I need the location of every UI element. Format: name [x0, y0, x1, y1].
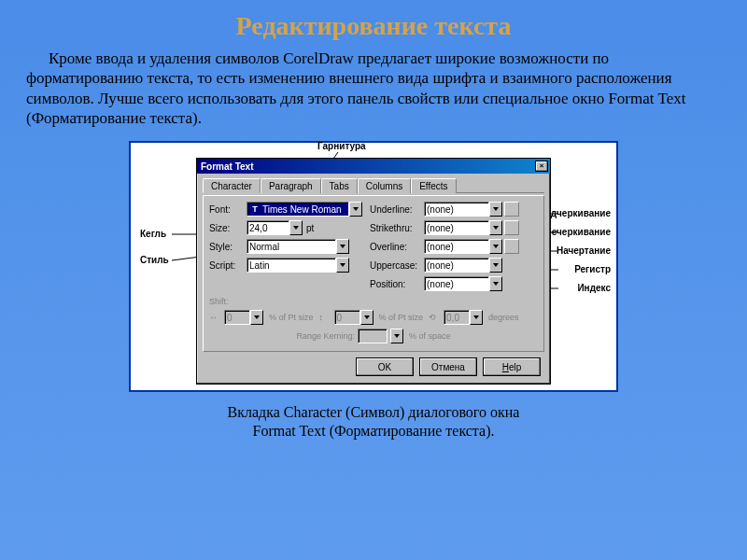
font-value: Times New Roman: [262, 204, 342, 215]
font-label: Font:: [209, 204, 247, 215]
kern-spinner: [390, 329, 403, 343]
kern-label: Range Kerning:: [296, 331, 355, 341]
caption-line2: Format Text (Форматирование текста).: [253, 423, 495, 439]
position-field[interactable]: (none): [424, 276, 489, 291]
underline-edit-button[interactable]: [504, 202, 519, 217]
overline-value: (none): [427, 242, 454, 252]
style-field[interactable]: Normal: [247, 239, 336, 254]
close-button[interactable]: ×: [535, 161, 548, 172]
format-text-dialog: Format Text × Character Paragraph Tabs C…: [196, 158, 551, 385]
truetype-icon: T: [249, 203, 261, 215]
shift-rot-unit: degrees: [488, 313, 519, 322]
overline-field[interactable]: (none): [424, 239, 489, 254]
strike-edit-button[interactable]: [504, 220, 519, 235]
callout-position: Индекс: [577, 283, 611, 293]
callout-kegl: Кегль: [140, 229, 166, 239]
underline-label: Underline:: [370, 204, 424, 215]
shift-v-value: 0: [337, 313, 343, 323]
ok-button[interactable]: OK: [356, 357, 414, 376]
caption-line1: Вкладка Character (Символ) диалогового о…: [228, 404, 520, 420]
shift-h-field: 0: [224, 310, 250, 325]
tab-columns[interactable]: Columns: [358, 178, 411, 193]
callout-overline: Начертание: [557, 245, 611, 256]
shift-v-spinner: [360, 310, 374, 325]
button-bar: OK Отмена Help: [203, 352, 544, 378]
tabs: Character Paragraph Tabs Columns Effects: [203, 177, 544, 193]
script-field[interactable]: Latin: [247, 258, 336, 273]
size-spinner-icon[interactable]: [289, 220, 303, 235]
position-dropdown-icon[interactable]: [489, 276, 502, 291]
strike-value: (none): [427, 223, 454, 233]
size-value: 24,0: [249, 223, 267, 233]
script-value: Latin: [249, 260, 270, 271]
shift-rot-field: 0,0: [444, 310, 470, 325]
overline-label: Overline:: [370, 242, 424, 252]
shift-h-unit: % of Pt size: [269, 313, 314, 322]
figure-container: Гарнитура Кегль Стиль Подчеркивание Пере…: [129, 141, 618, 392]
figure-caption: Вкладка Character (Символ) диалогового о…: [0, 398, 747, 441]
kern-field: [358, 329, 388, 343]
script-dropdown-icon[interactable]: [336, 258, 349, 273]
strike-dropdown-icon[interactable]: [489, 220, 502, 235]
strike-field[interactable]: (none): [424, 220, 489, 235]
tab-tabs[interactable]: Tabs: [321, 178, 358, 193]
position-value: (none): [427, 279, 454, 289]
shift-label: Shift:: [209, 297, 235, 306]
dialog-titlebar[interactable]: Format Text ×: [197, 159, 550, 174]
shift-h-spinner: [250, 310, 263, 325]
shift-v-field: 0: [334, 310, 360, 325]
intro-paragraph: Кроме ввода и удаления символов CorelDra…: [0, 49, 747, 137]
underline-value: (none): [427, 204, 454, 215]
overline-dropdown-icon[interactable]: [489, 239, 502, 254]
uppercase-dropdown-icon[interactable]: [489, 258, 502, 273]
tab-paragraph[interactable]: Paragraph: [261, 178, 321, 193]
style-value: Normal: [249, 242, 279, 252]
help-label-rest: elp: [509, 362, 521, 372]
underline-dropdown-icon[interactable]: [489, 202, 502, 217]
underline-field[interactable]: (none): [424, 202, 489, 217]
size-label: Size:: [209, 223, 247, 233]
shift-h-value: 0: [227, 313, 233, 323]
page-title: Редактирование текста: [0, 0, 747, 49]
callout-style: Стиль: [140, 255, 169, 265]
uppercase-label: Uppercase:: [370, 260, 424, 271]
overline-edit-button[interactable]: [504, 239, 519, 254]
shift-rot-value: 0,0: [446, 313, 459, 323]
style-dropdown-icon[interactable]: [336, 239, 349, 254]
script-label: Script:: [209, 260, 247, 271]
tab-effects[interactable]: Effects: [411, 178, 456, 193]
cancel-button[interactable]: Отмена: [419, 357, 477, 376]
uppercase-value: (none): [427, 260, 454, 271]
dialog-title: Format Text: [201, 161, 254, 172]
help-button[interactable]: Help: [483, 357, 541, 376]
callout-uppercase: Регистр: [574, 264, 611, 274]
tab-character[interactable]: Character: [203, 178, 261, 193]
style-label: Style:: [209, 242, 247, 252]
font-field[interactable]: T Times New Roman: [247, 202, 349, 217]
shift-rot-spinner: [470, 310, 483, 325]
shift-v-unit: % of Pt size: [379, 313, 424, 322]
font-dropdown-icon[interactable]: [349, 202, 362, 217]
character-panel: Font: T Times New Roman Underline: (none…: [203, 195, 544, 352]
callout-garnitura: Гарнитура: [317, 141, 366, 151]
position-label: Position:: [370, 279, 424, 289]
uppercase-field[interactable]: (none): [424, 258, 489, 273]
kern-unit: % of space: [409, 331, 451, 341]
size-field[interactable]: 24,0: [247, 220, 289, 235]
strike-label: Strikethru:: [370, 223, 424, 233]
size-unit: pt: [306, 223, 314, 233]
